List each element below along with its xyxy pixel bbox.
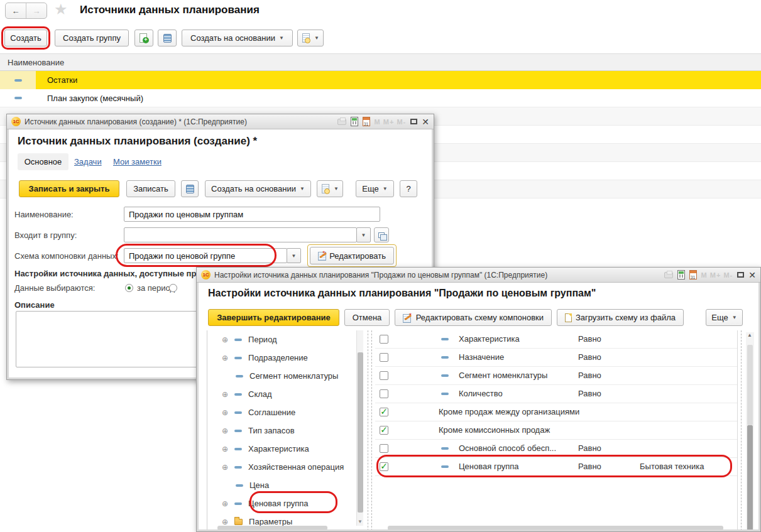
expand-icon[interactable]: ⊕	[222, 464, 228, 471]
radio-period[interactable]	[125, 284, 133, 292]
name-input[interactable]: Продажи по ценовым группам	[124, 207, 380, 222]
filter-checkbox-checked[interactable]	[380, 462, 388, 471]
expand-icon[interactable]: ⊕	[222, 427, 228, 435]
tree-item-label: Хозяйственная операция	[248, 462, 344, 472]
scroll-down-arrow-icon[interactable]: ▼	[358, 519, 363, 524]
group-open-button[interactable]	[374, 227, 389, 242]
tree-item-period[interactable]: ⊕ Период	[208, 330, 356, 349]
panel-splitter[interactable]	[368, 330, 368, 529]
close-icon[interactable]: ✕	[422, 117, 429, 126]
dialog1-titlebar[interactable]: 1С Источник данных планирования (создани…	[7, 114, 434, 129]
schema-dropdown-button[interactable]: ▼	[287, 248, 301, 263]
tree-item-segment[interactable]: Сегмент номенклатуры	[208, 367, 356, 385]
expand-icon[interactable]: ⊕	[222, 500, 228, 508]
load-schema-button[interactable]: Загрузить схему из файла	[557, 309, 684, 326]
forward-button[interactable]: →	[26, 3, 47, 18]
create-group-button[interactable]: Создать группу	[55, 30, 129, 46]
filter-row[interactable]: Количество Равно	[375, 385, 737, 403]
calendar-icon[interactable]: 31	[363, 117, 370, 126]
favorite-star-icon[interactable]: ★	[54, 1, 68, 18]
tab-notes[interactable]: Мои заметки	[113, 157, 162, 166]
panel-splitter[interactable]	[371, 330, 372, 529]
filters-scrollbar-thumb[interactable]	[747, 425, 753, 529]
tree-item-agreement[interactable]: ⊕ Соглашение	[208, 403, 356, 421]
save-close-button[interactable]: Записать и закрыть	[19, 180, 119, 197]
load-schema-label: Загрузить схему из файла	[576, 313, 676, 322]
group-input[interactable]	[124, 227, 357, 242]
help-button[interactable]: ?	[400, 180, 417, 197]
filter-row[interactable]: Кроме комиссионных продаж	[375, 421, 737, 440]
filter-checkbox[interactable]	[380, 353, 388, 362]
print-icon[interactable]	[664, 272, 673, 278]
filter-row[interactable]: Характеристика Равно	[375, 330, 737, 349]
expand-icon[interactable]: ⊕	[222, 391, 228, 398]
back-button[interactable]: ←	[6, 3, 26, 18]
print-icon[interactable]	[337, 119, 346, 125]
tree-hscrollbar-thumb[interactable]	[217, 526, 327, 529]
expand-icon[interactable]: ⊕	[222, 518, 228, 526]
report-menu-button[interactable]: ▼	[317, 180, 343, 197]
close-icon[interactable]: ✕	[748, 271, 756, 280]
tree-item-characteristic[interactable]: ⊕ Характеристика	[208, 440, 356, 458]
filters-scrollbar-track-top[interactable]	[747, 345, 753, 425]
filter-row-price-group[interactable]: Ценовая группа Равно Бытовая техника	[375, 458, 737, 476]
report-menu-button[interactable]: ▼	[297, 30, 324, 46]
tree-item-price-group[interactable]: ⊕ Ценовая группа	[208, 494, 356, 513]
copy-list-button[interactable]	[181, 180, 199, 197]
radio-second[interactable]	[169, 284, 177, 292]
table-row-selected[interactable]: Остатки	[0, 71, 761, 89]
tree-item-department[interactable]: ⊕ Подразделение	[208, 349, 356, 367]
more-button[interactable]: Еще▼	[706, 309, 743, 326]
calendar-icon[interactable]: 31	[689, 270, 697, 280]
add-document-button[interactable]: +	[134, 30, 153, 46]
filter-checkbox-checked[interactable]	[380, 426, 388, 435]
filters-scrollbar[interactable]: ▲	[746, 332, 754, 529]
tab-main[interactable]: Основное	[18, 153, 68, 170]
dialog2-titlebar[interactable]: 1С Настройки источника данных планирован…	[197, 268, 760, 283]
save-button[interactable]: Записать	[126, 180, 175, 197]
tree-scrollbar[interactable]: ▼	[356, 330, 363, 526]
tree-item-warehouse[interactable]: ⊕ Склад	[208, 385, 356, 403]
edit-schema-button[interactable]: ✶ Редактировать	[310, 247, 394, 264]
filter-row[interactable]: Назначение Равно	[375, 349, 737, 367]
expand-icon[interactable]: ⊕	[222, 445, 228, 453]
tree-scrollbar-thumb[interactable]	[358, 352, 363, 513]
dialog1-title: Источник данных планирования (создание) …	[25, 117, 247, 126]
calculator-icon[interactable]	[677, 270, 685, 280]
filter-checkbox[interactable]	[380, 371, 388, 380]
create-based-on-button[interactable]: Создать на основании▼	[205, 180, 311, 197]
more-button[interactable]: Еще▼	[356, 180, 394, 197]
cancel-button[interactable]: Отмена	[344, 309, 390, 326]
finish-editing-button[interactable]: Завершить редактирование	[208, 309, 339, 326]
tree-item-price[interactable]: Цена	[208, 476, 356, 494]
group-dropdown-button[interactable]: ▼	[356, 227, 371, 242]
filter-checkbox[interactable]	[380, 444, 388, 453]
copy-list-button[interactable]	[158, 30, 177, 46]
name-label: Наименование:	[14, 210, 74, 219]
filter-row[interactable]: Кроме продаж между организациями	[375, 403, 737, 421]
expand-icon[interactable]: ⊕	[222, 409, 228, 416]
table-header[interactable]: Наименование	[0, 53, 761, 71]
create-based-on-button[interactable]: Создать на основании▼	[182, 30, 293, 46]
maximize-icon[interactable]	[410, 119, 417, 124]
tree-item-stock-type[interactable]: ⊕ Тип запасов	[208, 421, 356, 440]
maximize-icon[interactable]	[737, 272, 744, 278]
scroll-up-arrow-icon[interactable]: ▲	[747, 332, 752, 338]
filter-row[interactable]: Основной способ обесп... Равно	[375, 440, 737, 458]
table-row[interactable]: План закупок (месячный)	[0, 89, 761, 107]
expand-icon[interactable]: ⊕	[222, 336, 228, 344]
calculator-icon[interactable]	[351, 117, 358, 126]
tab-tasks[interactable]: Задачи	[74, 157, 102, 166]
tree-item-label: Тип запасов	[248, 426, 295, 435]
expand-icon[interactable]: ⊕	[222, 354, 228, 362]
dash-icon	[234, 430, 242, 432]
filter-checkbox-checked[interactable]	[380, 408, 388, 416]
filters-hscrollbar-thumb[interactable]	[388, 526, 723, 529]
edit-composition-schema-button[interactable]: ✶ Редактировать схему компоновки	[395, 309, 552, 326]
tree-item-business-operation[interactable]: ⊕ Хозяйственная операция	[208, 458, 356, 476]
filter-checkbox[interactable]	[380, 389, 388, 398]
filter-checkbox[interactable]	[380, 335, 388, 344]
create-button[interactable]: Создать	[4, 30, 47, 46]
schema-input[interactable]: Продажи по ценовой группе	[124, 248, 287, 263]
filter-row[interactable]: Сегмент номенклатуры Равно	[375, 367, 737, 385]
